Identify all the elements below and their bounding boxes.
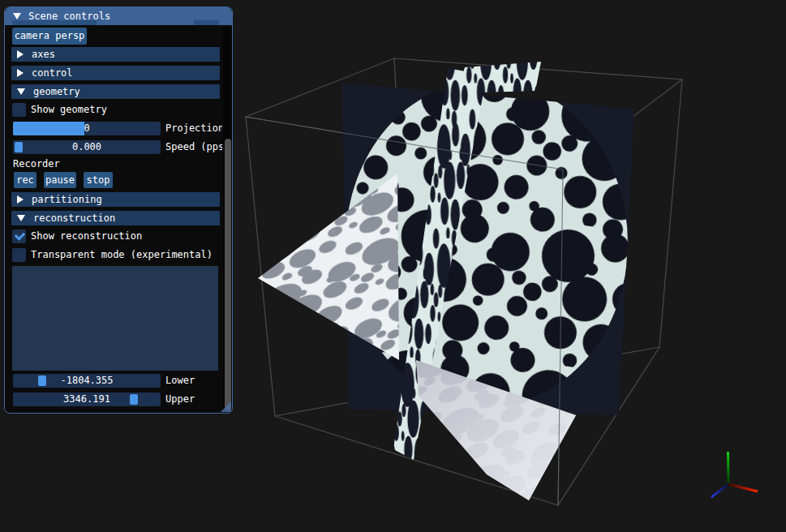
app-viewport: Scene controls camera persp axes control… xyxy=(0,0,786,532)
clipped-widget-fragment xyxy=(194,20,219,25)
transparent-mode-label: Transparent mode (experimental) xyxy=(31,248,213,262)
lower-slider[interactable]: -1804.355 xyxy=(13,374,161,388)
transparent-mode-checkbox[interactable] xyxy=(12,248,26,262)
upper-label: Upper xyxy=(165,393,222,406)
header-geometry[interactable]: geometry xyxy=(11,84,220,99)
recorder-label: Recorder xyxy=(13,159,60,169)
scrollbar-thumb[interactable] xyxy=(225,139,231,410)
show-geometry-row: Show geometry xyxy=(12,103,107,117)
speed-value: 0.000 xyxy=(13,140,161,154)
histogram-plot-region xyxy=(12,266,218,371)
projection-slider[interactable]: 0 xyxy=(13,122,161,135)
show-geometry-checkbox[interactable] xyxy=(12,103,26,117)
chevron-down-icon xyxy=(17,215,25,221)
speed-label: Speed (pps xyxy=(165,140,222,154)
stop-button[interactable]: stop xyxy=(84,172,113,188)
chevron-right-icon xyxy=(17,69,24,77)
header-control[interactable]: control xyxy=(11,66,220,80)
camera-persp-button[interactable]: camera persp xyxy=(12,28,87,45)
projection-label: Projection xyxy=(165,122,222,135)
show-reconstruction-checkbox[interactable] xyxy=(12,230,26,243)
header-axes[interactable]: axes xyxy=(11,47,220,62)
y-axis-line xyxy=(728,452,729,484)
pause-button[interactable]: pause xyxy=(44,172,76,188)
chevron-down-icon xyxy=(17,88,25,95)
transparent-mode-row: Transparent mode (experimental) xyxy=(12,248,213,262)
scene-controls-window: Scene controls camera persp axes control… xyxy=(4,6,233,414)
show-reconstruction-label: Show reconstruction xyxy=(31,230,142,243)
lower-value: -1804.355 xyxy=(13,374,161,388)
clipped-widget-fragment xyxy=(12,20,97,25)
chevron-right-icon xyxy=(17,195,24,204)
show-geometry-label: Show geometry xyxy=(31,103,107,117)
resize-grip[interactable] xyxy=(221,401,231,412)
panel-scrollbar[interactable] xyxy=(223,26,233,412)
chevron-right-icon xyxy=(17,50,24,58)
header-partitioning[interactable]: partitioning xyxy=(11,192,220,207)
upper-value: 3346.191 xyxy=(13,393,161,406)
rec-button[interactable]: rec xyxy=(14,172,37,188)
speed-slider[interactable]: 0.000 xyxy=(13,140,161,154)
collapse-arrow-icon[interactable] xyxy=(13,13,21,19)
header-reconstruction[interactable]: reconstruction xyxy=(11,211,220,225)
show-reconstruction-row: Show reconstruction xyxy=(12,230,142,243)
lower-label: Lower xyxy=(165,374,222,388)
upper-slider[interactable]: 3346.191 xyxy=(13,393,161,406)
projection-value: 0 xyxy=(13,122,161,135)
